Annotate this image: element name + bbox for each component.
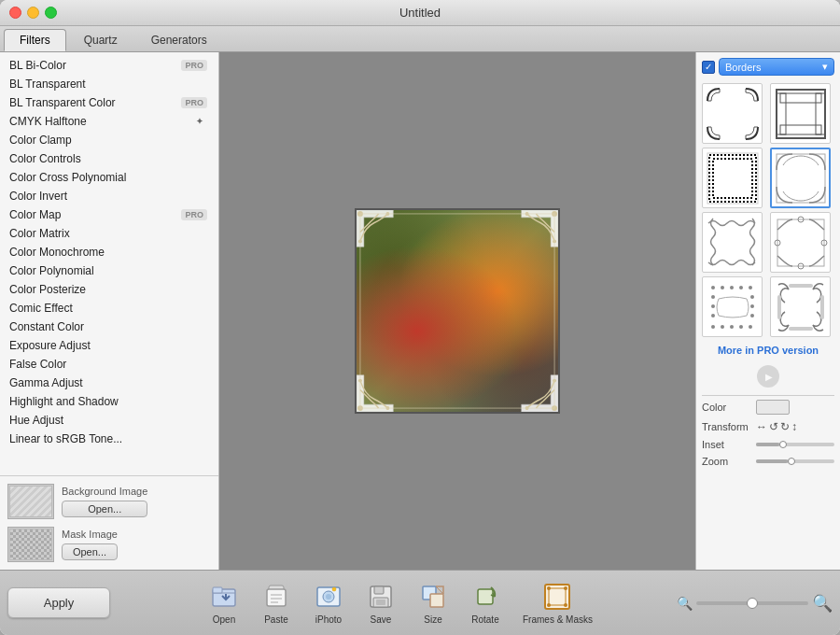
close-button[interactable] [9,7,21,19]
transform-icons: ↔ ↺ ↻ ↕ [756,420,797,433]
pro-more-label[interactable]: More in PRO version [702,341,834,360]
rotate-right-icon[interactable]: ↻ [780,420,790,433]
svg-point-27 [711,286,715,289]
color-swatch[interactable] [756,400,790,415]
tab-filters[interactable]: Filters [4,29,66,51]
tab-generators[interactable]: Generators [135,29,223,51]
border-grid [702,83,834,337]
filter-item-constant-color[interactable]: Constant Color [0,318,218,336]
canvas-image-inner [357,210,558,412]
paste-label: Paste [264,614,288,625]
border-thumb-6[interactable] [770,212,831,273]
background-open-button[interactable]: Open... [62,501,147,517]
center-canvas [219,52,695,570]
svg-rect-20 [713,159,752,198]
svg-point-29 [730,286,734,289]
svg-point-39 [711,314,715,318]
zoom-slider-bottom[interactable] [696,601,808,605]
filter-item-color-cross-polynomial[interactable]: Color Cross Polynomial [0,168,218,187]
rotate-label: Rotate [471,614,498,625]
filter-item-color-invert[interactable]: Color Invert [0,187,218,205]
filter-item-gamma-adjust[interactable]: Gamma Adjust [0,374,218,392]
tab-quartz[interactable]: Quartz [68,29,133,51]
filter-item-false-color[interactable]: False Color [0,355,218,374]
filter-item-color-matrix[interactable]: Color Matrix [0,224,218,243]
right-controls: Color Transform ↔ ↺ ↻ ↕ Inset [702,395,834,467]
toolbar-item-open[interactable]: Open [202,578,246,628]
filter-item-cmyk-halftone[interactable]: CMYK Halftone ✦ [0,112,218,131]
mask-open-button[interactable]: Open... [62,543,118,560]
zoom-in-icon[interactable]: 🔍 [812,593,833,614]
svg-point-37 [711,295,715,299]
inset-label: Inset [702,439,750,450]
svg-point-35 [739,325,743,329]
svg-point-69 [564,586,567,590]
svg-rect-21 [777,154,825,203]
open-icon [209,582,239,612]
border-thumb-7[interactable] [702,276,763,337]
borders-header: Borders ▾ [702,58,834,76]
svg-rect-48 [213,587,222,593]
toolbar-item-save[interactable]: Save [358,578,403,628]
rotate-left-icon[interactable]: ↺ [769,420,778,433]
save-label: Save [371,614,392,625]
filter-item-color-polynomial[interactable]: Color Polynomial [0,261,218,280]
inset-slider[interactable] [756,443,834,446]
svg-rect-45 [777,295,781,319]
maximize-button[interactable] [45,7,57,19]
size-icon [418,582,448,612]
border-thumb-4[interactable] [770,148,831,208]
svg-rect-22 [777,219,824,266]
border-thumb-1[interactable] [702,83,763,144]
tab-bar: Filters Quartz Generators [0,26,840,52]
filter-item-exposure-adjust[interactable]: Exposure Adjust [0,336,218,355]
filter-item-highlight-shadow[interactable]: Highlight and Shadow [0,392,218,411]
toolbar-item-frames-masks[interactable]: Frames & Masks [515,578,600,628]
svg-rect-16 [777,93,786,134]
borders-checkbox[interactable] [702,61,715,74]
filter-item-color-monochrome[interactable]: Color Monochrome [0,243,218,261]
toolbar-items: Open Paste [125,578,677,628]
svg-point-68 [547,586,551,590]
toolbar-item-rotate[interactable]: Rotate [463,578,508,628]
svg-rect-51 [267,589,286,606]
filter-item-color-posterize[interactable]: Color Posterize [0,280,218,299]
mask-thumbnail [7,527,54,562]
filter-item-bl-transparent[interactable]: BL Transparent [0,75,218,93]
border-thumb-8[interactable] [770,276,831,337]
canvas-image [355,208,560,414]
pro-preview: ▶ [702,363,834,389]
main-content: BL Bi-Color PRO BL Transparent BL Transp… [0,52,840,570]
toolbar-item-paste[interactable]: Paste [254,578,299,628]
toolbar-item-iphoto[interactable]: iPhoto [306,578,351,628]
svg-rect-60 [374,586,384,594]
filter-item-comic-effect[interactable]: Comic Effect [0,299,218,318]
rotate-icon [470,582,500,612]
flip-horizontal-icon[interactable]: ↔ [756,420,767,433]
background-thumbnail [7,484,54,519]
filter-item-linear-srgb[interactable]: Linear to sRGB Tone... [0,430,218,448]
flip-vertical-icon[interactable]: ↕ [791,420,797,433]
border-thumb-2[interactable] [770,83,831,144]
filter-item-bl-transparent-color[interactable]: BL Transparent Color PRO [0,93,218,112]
filter-item-hue-adjust[interactable]: Hue Adjust [0,411,218,430]
filter-item-color-controls[interactable]: Color Controls [0,149,218,168]
border-thumb-3[interactable] [702,148,763,208]
minimize-button[interactable] [27,7,39,19]
zoom-out-icon[interactable]: 🔍 [677,596,693,611]
filter-item-color-clamp[interactable]: Color Clamp [0,131,218,149]
transform-control-row: Transform ↔ ↺ ↻ ↕ [702,420,834,433]
svg-rect-17 [816,93,825,134]
borders-select[interactable]: Borders ▾ [719,58,834,76]
zoom-slider[interactable] [756,459,834,463]
filter-item-bl-bi-color[interactable]: BL Bi-Color PRO [0,56,218,75]
zoom-control-row: Zoom [702,456,834,467]
apply-button[interactable]: Apply [7,587,110,618]
svg-point-70 [547,603,551,607]
border-thumb-5[interactable] [702,212,763,273]
open-label: Open [213,614,235,625]
filter-item-color-map[interactable]: Color Map PRO [0,205,218,224]
color-label: Color [702,402,750,413]
svg-point-57 [326,594,331,600]
toolbar-item-size[interactable]: Size [411,578,455,628]
